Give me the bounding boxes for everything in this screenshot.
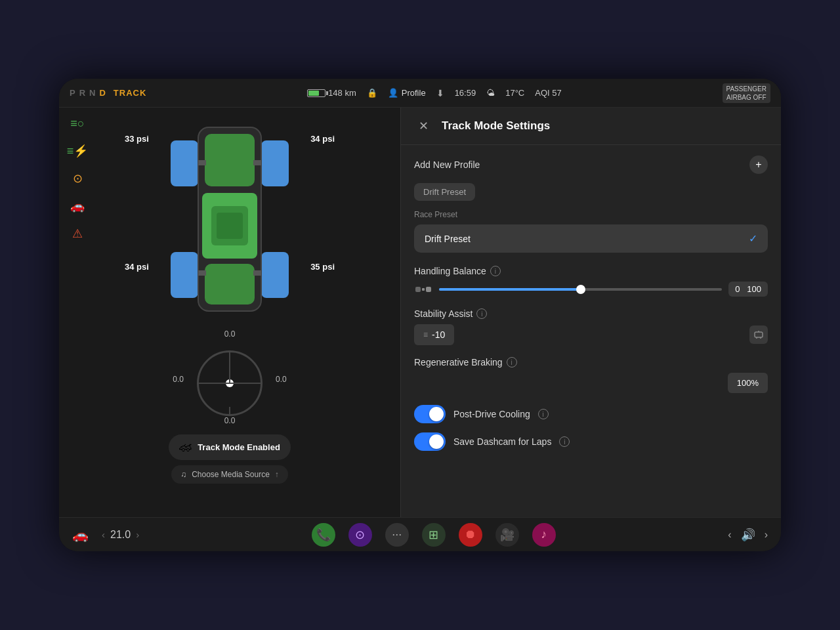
track-mode-badge: 🏎 Track Mode Enabled — [169, 434, 291, 460]
profile-button[interactable]: 👤 Profile — [388, 88, 426, 98]
svg-rect-9 — [217, 213, 243, 239]
panel-title: Track Mode Settings — [442, 119, 550, 133]
media-up-arrow: ↑ — [275, 470, 279, 479]
left-panel: ≡○ ≡⚡ ⊙ 🚗 ⚠ 33 psi 34 psi — [59, 108, 400, 517]
taskbar-center: 📞 ⊙ ··· ⊞ ⏺ 🎥 ♪ — [139, 523, 728, 547]
dropdown-check-icon: ✓ — [749, 232, 757, 245]
svg-rect-13 — [253, 270, 261, 276]
apps-icon[interactable]: ⊞ — [422, 523, 446, 547]
phone-icon[interactable]: 📞 — [312, 523, 335, 547]
volume-icon[interactable]: 🔊 — [741, 528, 755, 542]
track-mode-icon: 🏎 — [179, 440, 192, 455]
track-mode-text: Track Mode Enabled — [198, 442, 280, 452]
autopilot-icon: ≡⚡ — [68, 142, 87, 160]
handling-balance-slider[interactable] — [439, 288, 722, 291]
svg-rect-2 — [171, 252, 198, 298]
status-bar: P R N D TRACK 148 km 🔒 👤 Profile ⬇ 16:59… — [59, 79, 781, 108]
drift-preset-tab[interactable]: Drift Preset — [414, 183, 475, 201]
battery-label: 148 km — [328, 88, 356, 98]
traction-icon: 🚗 — [68, 197, 87, 215]
svg-rect-16 — [426, 287, 431, 292]
g-force-display: 0.0 0.0 0.0 0.0 — [173, 329, 286, 425]
download-icon[interactable]: ⬇ — [436, 88, 444, 98]
tire-rl-pressure: 34 psi — [125, 262, 149, 272]
save-dashcam-info-icon[interactable]: i — [559, 436, 570, 447]
svg-rect-15 — [422, 288, 425, 291]
race-preset-row: Race Preset Drift Preset ✓ — [414, 210, 768, 253]
svg-rect-3 — [261, 252, 289, 298]
tire-fr-pressure: 34 psi — [310, 134, 335, 144]
race-preset-dropdown[interactable]: Drift Preset ✓ — [414, 224, 768, 253]
close-button[interactable]: ✕ — [414, 117, 432, 135]
screen: P R N D TRACK 148 km 🔒 👤 Profile ⬇ 16:59… — [59, 79, 781, 551]
handling-balance-info-icon[interactable]: i — [490, 266, 501, 276]
track-label: TRACK — [114, 88, 147, 98]
stability-icon: ≡ — [423, 330, 428, 339]
svg-rect-7 — [205, 264, 255, 304]
speed-value: 21.0 — [110, 529, 131, 541]
handling-balance-setting: Handling Balance i 0 — [414, 266, 768, 297]
media-label: Choose Media Source — [192, 470, 270, 479]
add-profile-row: Add New Profile + — [414, 156, 768, 174]
taskbar-right: ‹ 🔊 › — [728, 528, 768, 542]
toggle-thumb-2 — [429, 434, 444, 449]
add-profile-label: Add New Profile — [414, 159, 480, 170]
speed-decrease-button[interactable]: ‹ — [102, 529, 105, 540]
g-readings: 0.0 0.0 — [173, 343, 286, 416]
aqi-display: AQI 57 — [535, 88, 561, 98]
weather-icon: 🌤 — [486, 88, 495, 98]
tire-rr-pressure: 35 psi — [310, 262, 335, 272]
handling-balance-label: Handling Balance — [414, 266, 486, 276]
regen-braking-setting: Regenerative Braking i 100% — [414, 357, 768, 393]
toggle-thumb — [429, 407, 444, 421]
gear-r: R — [79, 88, 85, 98]
music-icon[interactable]: ♪ — [532, 523, 556, 547]
svg-rect-5 — [205, 134, 255, 186]
gear-n: N — [89, 88, 95, 98]
camera-icon[interactable]: 🎥 — [495, 523, 519, 547]
gear-d: D — [99, 88, 105, 98]
media-bar[interactable]: ♫ Choose Media Source ↑ — [171, 465, 288, 484]
panel-header: ✕ Track Mode Settings — [401, 108, 781, 145]
post-drive-cooling-info-icon[interactable]: i — [538, 409, 549, 419]
post-drive-cooling-row: Post-Drive Cooling i — [414, 405, 768, 423]
stability-value: -10 — [432, 329, 445, 340]
svg-rect-17 — [755, 332, 763, 337]
time-display: 16:59 — [455, 88, 476, 98]
save-dashcam-toggle[interactable] — [414, 432, 446, 451]
regen-braking-label: Regenerative Braking — [414, 357, 503, 368]
handling-balance-slider-row: 0 100 — [414, 282, 768, 297]
battery-fill — [308, 91, 319, 96]
stability-track-button[interactable] — [749, 326, 768, 344]
stability-value-box[interactable]: ≡ -10 — [414, 324, 454, 345]
prev-track-button[interactable]: ‹ — [728, 529, 731, 541]
car-icon: 🚗 — [72, 527, 89, 543]
add-profile-button[interactable]: + — [749, 156, 768, 174]
person-icon: 👤 — [388, 88, 398, 98]
dots-icon[interactable]: ··· — [385, 523, 409, 547]
race-preset-label: Race Preset — [414, 210, 768, 219]
next-track-button[interactable]: › — [765, 529, 768, 541]
record-icon[interactable]: ⏺ — [459, 523, 482, 547]
tire-icon: ⊙ — [68, 169, 87, 188]
post-drive-cooling-toggle[interactable] — [414, 405, 446, 423]
svg-rect-11 — [253, 160, 261, 165]
taskbar: 🚗 ‹ 21.0 › 📞 ⊙ ··· ⊞ ⏺ 🎥 ♪ ‹ 🔊 › — [59, 517, 781, 551]
media-circle-icon[interactable]: ⊙ — [348, 523, 372, 547]
slider-thumb — [576, 285, 585, 294]
regen-braking-header: Regenerative Braking i — [414, 357, 768, 368]
slider-fill — [439, 288, 581, 291]
stability-assist-info-icon[interactable]: i — [476, 308, 487, 319]
car-svg — [164, 114, 295, 324]
regen-braking-info-icon[interactable]: i — [507, 357, 517, 368]
svg-rect-0 — [171, 140, 198, 186]
g-right: 0.0 — [276, 375, 287, 384]
stability-assist-setting: Stability Assist i ≡ -10 — [414, 308, 768, 345]
stability-assist-header: Stability Assist i — [414, 308, 768, 319]
headlight-icon: ≡○ — [68, 114, 87, 133]
g-bottom: 0.0 — [224, 416, 236, 425]
dropdown-value: Drift Preset — [425, 234, 471, 244]
main-content: ≡○ ≡⚡ ⊙ 🚗 ⚠ 33 psi 34 psi — [59, 108, 781, 517]
g-top: 0.0 — [224, 329, 236, 339]
save-dashcam-row: Save Dashcam for Laps i — [414, 432, 768, 451]
